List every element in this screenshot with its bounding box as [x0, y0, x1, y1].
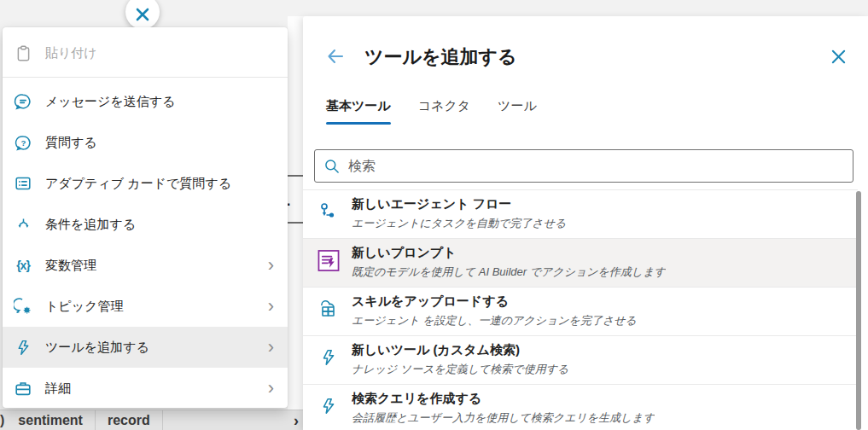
menu-item-paste[interactable]: 貼り付け — [3, 32, 288, 73]
panel-close-button[interactable] — [827, 45, 849, 67]
tool-item-title: スキルをアップロードする — [352, 293, 637, 310]
svg-text:?: ? — [20, 138, 26, 148]
chevron-right-icon: › — [294, 412, 299, 430]
tool-item-new-agent-flow[interactable]: 新しいエージェント フロー エージェントにタスクを自動で完了させる — [303, 189, 858, 238]
tool-item-subtitle: エージェントにタスクを自動で完了させる — [352, 216, 566, 231]
skill-upload-icon — [317, 298, 340, 320]
tab-connectors[interactable]: コネクタ — [418, 98, 470, 125]
menu-item-label: 質問する — [45, 135, 277, 151]
search-input[interactable] — [348, 159, 844, 174]
tool-item-subtitle: 既定のモデルを使用して AI Builder でアクションを作成します — [352, 264, 666, 280]
condition-branch-icon — [13, 214, 33, 235]
search-icon — [323, 158, 341, 175]
tool-item-title: 検索クエリを作成する — [352, 391, 655, 407]
menu-item-label: 詳細 — [45, 381, 268, 397]
close-icon — [134, 6, 151, 23]
close-icon — [830, 49, 847, 65]
tab-basic-tools[interactable]: 基本ツール — [326, 98, 391, 125]
panel-title: ツールを追加する — [364, 44, 517, 70]
tab-tools[interactable]: ツール — [498, 98, 537, 125]
menu-divider — [3, 77, 288, 78]
back-arrow-icon — [325, 46, 346, 67]
lightning-icon — [317, 346, 340, 369]
clipboard-icon — [13, 43, 33, 63]
menu-item-label: トピック管理 — [45, 299, 268, 315]
adaptive-card-icon — [13, 173, 33, 194]
menu-item-label: アダプティブ カードで質問する — [45, 176, 277, 192]
tool-list: 新しいエージェント フロー エージェントにタスクを自動で完了させる 新しいプロン… — [303, 189, 858, 430]
menu-item-send-message[interactable]: メッセージを送信する — [3, 81, 288, 122]
chevron-right-icon: › — [268, 338, 277, 357]
chevron-right-icon: › — [268, 379, 277, 398]
variable-bar-paren: ) — [0, 410, 6, 428]
menu-item-advanced[interactable]: 詳細 › — [3, 368, 288, 408]
variable-chip-record[interactable]: record — [96, 410, 163, 430]
chevron-right-icon: › — [268, 297, 277, 316]
menu-item-topic-management[interactable]: トピック管理 › — [3, 286, 288, 327]
canvas-close-button[interactable] — [125, 0, 160, 29]
menu-item-label: 変数管理 — [45, 258, 268, 274]
tool-item-title: 新しいエージェント フロー — [352, 196, 566, 212]
menu-item-label: 貼り付け — [45, 45, 277, 61]
tool-item-new-prompt[interactable]: 新しいプロンプト 既定のモデルを使用して AI Builder でアクションを作… — [303, 238, 858, 287]
tool-item-title: 新しいプロンプト — [352, 245, 666, 261]
variable-chip-sentiment[interactable]: sentiment — [6, 410, 96, 430]
tool-item-new-custom-search-tool[interactable]: 新しいツール (カスタム検索) ナレッジ ソースを定義して検索で使用する — [303, 335, 858, 384]
variable-icon: {x} — [13, 255, 33, 276]
menu-item-adaptive-card[interactable]: アダプティブ カードで質問する — [3, 163, 288, 204]
tool-item-subtitle: エージェント を設定し、一連のアクションを完了させる — [352, 313, 637, 328]
lightning-icon — [317, 395, 340, 417]
add-tool-panel: ツールを追加する 基本ツール コネクタ ツール — [303, 16, 868, 430]
tool-item-subtitle: ナレッジ ソースを定義して検索で使用する — [352, 362, 568, 377]
chevron-right-icon: › — [268, 256, 277, 275]
panel-tabs: 基本ツール コネクタ ツール — [326, 98, 537, 125]
search-box[interactable] — [314, 149, 853, 183]
menu-item-label: 条件を追加する — [45, 217, 277, 233]
tool-item-title: 新しいツール (カスタム検索) — [352, 342, 568, 358]
menu-item-variable-management[interactable]: {x} 変数管理 › — [3, 245, 288, 286]
tool-item-upload-skill[interactable]: スキルをアップロードする エージェント を設定し、一連のアクションを完了させる — [303, 287, 858, 335]
ai-prompt-icon — [317, 249, 340, 271]
topic-management-icon — [13, 296, 33, 317]
menu-item-add-condition[interactable]: 条件を追加する — [3, 204, 288, 245]
node-context-menu: 貼り付け メッセージを送信する ? 質問する — [3, 27, 288, 408]
tool-item-subtitle: 会話履歴とユーザー入力を使用して検索クエリを生成します — [352, 410, 655, 426]
menu-item-label: ツールを追加する — [45, 340, 268, 356]
briefcase-icon — [13, 378, 33, 398]
panel-header: ツールを追加する — [303, 16, 868, 93]
question-icon: ? — [13, 132, 33, 153]
panel-scrollbar[interactable] — [856, 191, 861, 430]
menu-item-add-tool[interactable]: ツールを追加する › — [3, 327, 288, 368]
back-button[interactable] — [323, 44, 347, 68]
menu-item-ask-question[interactable]: ? 質問する — [3, 122, 288, 163]
lightning-icon — [13, 337, 33, 357]
tool-item-create-search-query[interactable]: 検索クエリを作成する 会話履歴とユーザー入力を使用して検索クエリを生成します — [303, 384, 858, 430]
menu-item-label: メッセージを送信する — [45, 94, 277, 110]
send-message-icon — [13, 91, 33, 112]
agent-flow-icon — [317, 200, 340, 223]
